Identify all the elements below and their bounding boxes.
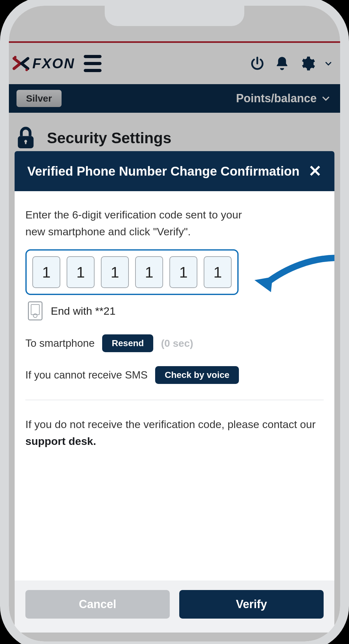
phone-screen: FXON [9, 6, 340, 641]
verify-button[interactable]: Verify [179, 590, 324, 619]
arrow-annotation-icon [249, 255, 334, 293]
voice-row: If you cannot receive SMS Check by voice [25, 366, 324, 384]
divider [25, 400, 324, 400]
modal-instruction: Enter the 6-digit verification code sent… [25, 206, 247, 240]
countdown-label: (0 sec) [161, 338, 193, 349]
phone-device-icon [28, 301, 43, 320]
support-prefix: If you do not receive the verification c… [25, 418, 316, 430]
phone-frame: FXON [0, 0, 349, 644]
close-icon[interactable]: ✕ [308, 163, 322, 179]
modal-header: Verified Phone Number Change Confirmatio… [15, 151, 334, 191]
cannot-receive-label: If you cannot receive SMS [25, 369, 148, 381]
to-smartphone-label: To smartphone [25, 337, 95, 349]
resend-button[interactable]: Resend [102, 334, 153, 352]
modal-title: Verified Phone Number Change Confirmatio… [27, 163, 302, 180]
cancel-button[interactable]: Cancel [25, 590, 170, 619]
phone-hint-row: End with **21 [25, 301, 324, 320]
resend-row: To smartphone Resend (0 sec) [25, 334, 324, 352]
verification-modal: Verified Phone Number Change Confirmatio… [15, 151, 334, 633]
code-digit-4[interactable]: 1 [135, 256, 163, 288]
support-desk-link[interactable]: support desk. [25, 435, 96, 447]
phone-notch [105, 6, 244, 26]
end-with-label: End with **21 [51, 305, 115, 317]
modal-body: Enter the 6-digit verification code sent… [15, 191, 334, 580]
code-digit-6[interactable]: 1 [204, 256, 232, 288]
code-digit-5[interactable]: 1 [169, 256, 197, 288]
modal-footer: Cancel Verify [15, 580, 334, 633]
code-digit-3[interactable]: 1 [101, 256, 129, 288]
support-text: If you do not receive the verification c… [25, 416, 324, 449]
code-digit-2[interactable]: 1 [67, 256, 95, 288]
code-digit-1[interactable]: 1 [32, 256, 60, 288]
code-input-group: 1 1 1 1 1 1 [25, 249, 239, 295]
check-by-voice-button[interactable]: Check by voice [155, 366, 239, 384]
